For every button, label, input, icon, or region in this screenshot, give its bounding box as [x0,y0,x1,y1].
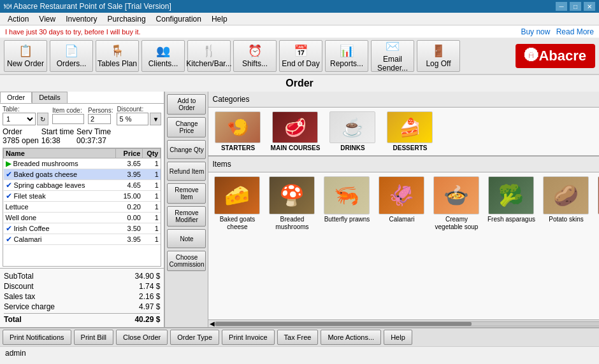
log-off-button[interactable]: 🚪 Log Off [417,40,460,72]
choose-commission-button[interactable]: Choose Commission [167,251,206,271]
add-to-order-button[interactable]: Add to Order [167,94,206,115]
table-row[interactable]: ✔ Baked goats cheese 3.95 1 [4,169,161,180]
sales-tax-label: Sales tax [4,292,35,301]
row-name: ✔ Filet steak [4,191,116,202]
total-value: 40.29 $ [134,315,160,324]
table-field-group: Table: 1 ↻ [3,106,48,125]
menu-item-card[interactable]: 🧀 Baked goats cheese [212,176,262,316]
row-qty: 1 [143,191,161,202]
table-refresh-button[interactable]: ↻ [37,113,48,125]
table-row[interactable]: ✔ Irish Coffee 3.50 1 [4,223,161,234]
row-price: 3.95 [116,169,143,180]
table-row[interactable]: Well done 0.00 1 [4,213,161,223]
print-bill-button[interactable]: Print Bill [74,330,113,345]
persons-label: Persons: [88,107,113,114]
shifts-icon: ⏰ [248,44,262,58]
maximize-button[interactable]: □ [570,2,581,11]
menu-item-card[interactable]: 🦐 Butterfly prawns [322,176,372,316]
items-grid[interactable]: 🧀 Baked goats cheese 🍄 Breaded mushrooms… [208,172,599,319]
scroll-left-btn[interactable]: ◀ [210,320,215,327]
end-of-day-button[interactable]: 📅 End of Day [279,40,322,72]
menu-item-label: Butterfly prawns [324,216,370,223]
remove-item-button[interactable]: Remove Item [167,183,206,204]
discount-row: Discount 1.74 $ [4,281,160,291]
discount-input[interactable] [117,113,148,125]
menu-inventory[interactable]: Inventory [61,13,102,25]
col-price: Price [116,149,143,158]
menu-view[interactable]: View [34,13,61,25]
print-notifications-button[interactable]: Print Notifications [3,330,71,345]
tables-plan-button[interactable]: 🪑 Tables Plan [96,40,139,72]
kitchen-bar-button[interactable]: 🍴 Kitchen/Bar... [187,40,231,72]
serv-time-field: Serv Time 00:37:37 [76,127,111,145]
reports-button[interactable]: 📊 Reports... [325,40,368,72]
status-bar: admin [0,346,599,359]
form-row-1: Table: 1 ↻ Item code: Persons: Discount: [0,104,164,127]
minimize-button[interactable]: ─ [556,2,567,11]
category-starters[interactable]: 🍤 STARTERS [212,111,263,151]
subtotal-value: 34.90 $ [134,272,160,281]
col-name: Name [4,149,116,158]
persons-input[interactable] [88,114,111,124]
shifts-button[interactable]: ⏰ Shifts... [233,40,277,72]
discount-options-button[interactable]: ▼ [150,113,161,125]
row-qty: 1 [143,202,161,213]
row-price: 3.95 [116,234,143,245]
refund-item-button[interactable]: Refund Item [167,162,206,181]
close-button[interactable]: ✕ [584,2,595,11]
row-qty: 1 [143,180,161,191]
table-select[interactable]: 1 [3,113,36,125]
order-table[interactable]: Name Price Qty ▶ Breaded mushrooms 3.65 … [3,148,161,267]
close-order-button[interactable]: Close Order [116,330,168,345]
menu-item-image: 🦑 [379,176,424,214]
menu-item-card[interactable]: 🦐 Scara... c c [596,176,599,316]
kitchen-bar-icon: 🍴 [202,44,216,58]
col-qty: Qty [143,149,161,158]
menu-item-card[interactable]: 🍲 Creamy vegetable soup [431,176,481,316]
menu-item-card[interactable]: 🦑 Calamari [377,176,426,316]
orders-button[interactable]: 📄 Orders... [50,40,93,72]
menu-purchasing[interactable]: Purchasing [103,13,151,25]
table-row[interactable]: ✔ Filet steak 15.00 1 [4,191,161,202]
more-actions-button[interactable]: More Actions... [321,330,381,345]
main-courses-image: 🥩 [272,111,318,143]
menu-item-card[interactable]: 🍄 Breaded mushrooms [267,176,317,316]
table-row[interactable]: ▶ Breaded mushrooms 3.65 1 [4,158,161,169]
menu-action[interactable]: Action [3,13,34,25]
row-price: 0.20 [116,202,143,213]
menu-help[interactable]: Help [206,13,233,25]
order-number-field: Order 3785 open [3,127,39,145]
menu-item-image: 🍲 [433,176,479,214]
print-invoice-button[interactable]: Print Invoice [222,330,275,345]
menu-configuration[interactable]: Configuration [151,13,206,25]
remove-modifier-button[interactable]: Remove Modifier [167,206,206,227]
menu-item-card[interactable]: 🥔 Potato skins [541,176,591,316]
table-row[interactable]: Lettuce 0.20 1 [4,202,161,213]
order-type-button[interactable]: Order Type [170,330,219,345]
help-button[interactable]: Help [384,330,412,345]
email-sender-button[interactable]: ✉️ Email Sender... [371,40,414,72]
menu-item-card[interactable]: 🥦 Fresh asparagus [486,176,536,316]
table-row[interactable]: ✔ Calamari 3.95 1 [4,234,161,245]
note-button[interactable]: Note [167,229,206,248]
table-row[interactable]: ✔ Spring cabbage leaves 4.65 1 [4,180,161,191]
category-drinks[interactable]: ☕ DRINKS [327,111,378,151]
category-main-courses[interactable]: 🥩 MAIN COURSES [270,111,321,151]
order-title: Order [0,75,599,92]
tab-order[interactable]: Order [0,92,32,103]
category-desserts[interactable]: 🍰 DESSERTS [384,111,435,151]
tax-free-button[interactable]: Tax Free [277,330,319,345]
tab-details[interactable]: Details [32,92,68,103]
new-order-button[interactable]: 📋 New Order [4,40,47,72]
buy-now-link[interactable]: Buy now [521,27,550,36]
item-code-label: Item code: [52,107,84,114]
scrollbar-thumb[interactable] [215,322,472,326]
right-panel: Categories ⊞ 🍤 STARTERS 🥩 MAIN COURSES ☕… [208,92,599,327]
clients-button[interactable]: 👥 Clients... [141,40,185,72]
scrollbar-track[interactable] [215,321,599,326]
read-more-link[interactable]: Read More [556,27,594,36]
change-qty-button[interactable]: Change Qty [167,140,206,159]
item-code-input[interactable] [52,114,84,124]
change-price-button[interactable]: Change Price [167,117,206,137]
categories-header: Categories ⊞ [208,92,599,108]
